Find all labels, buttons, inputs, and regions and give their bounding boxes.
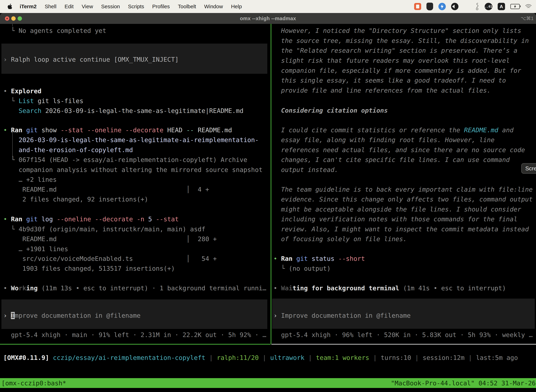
text-segment: evidence. Since this change only affects… — [273, 196, 533, 203]
terminal-line: changes, I can't cite specific file line… — [273, 155, 510, 165]
terminal-line: including verification notes with those … — [273, 214, 517, 224]
left-terminal-pane[interactable]: └ No agents completed yet› Ralph loop ac… — [0, 24, 271, 344]
text-segment: cczip/essay/ai-reimplementation-copyleft — [53, 354, 206, 361]
terminal-line: gpt-5.4 xhigh · 96% left · 520K in · 5.8… — [273, 330, 533, 340]
text-segment: (11m 13s • esc to interrupt) · 1 backgro… — [38, 285, 266, 292]
text-segment: └ — [3, 156, 19, 163]
text-segment: Ran — [281, 255, 292, 262]
text-segment: last:5m ago — [476, 354, 518, 361]
text-segment: mprove documentation in @filename — [15, 312, 140, 319]
record-app-icon[interactable] — [451, 3, 459, 10]
text-segment: | — [304, 354, 316, 361]
tmux-status-bar: [omx-cczip0:bash* "MacBook-Pro-44.local"… — [0, 378, 536, 388]
menu-item-toolbelt[interactable]: Toolbelt — [178, 4, 196, 9]
terminal-line: provide file and line references from th… — [273, 85, 491, 95]
text-segment: --stat — [156, 215, 179, 223]
chat-app-icon[interactable] — [414, 3, 421, 10]
terminal-line: The team guideline is to back every impo… — [273, 184, 533, 194]
text-segment: slight risk that future readers may over… — [273, 57, 510, 64]
terminal-line: the source tree, missing the essay. Stil… — [273, 36, 529, 46]
text-segment: • — [273, 255, 281, 262]
wifi-icon[interactable] — [525, 4, 532, 9]
terminal-line: … +2 lines — [3, 175, 57, 185]
text-segment — [3, 136, 19, 144]
text-segment — [292, 255, 296, 262]
text-segment: | — [206, 354, 217, 361]
text-segment: ting for background terminal — [292, 285, 399, 292]
terminal-line: companion file, especially if more comme… — [273, 65, 521, 75]
text-segment: --oneline --decorate — [57, 215, 137, 223]
text-segment — [49, 354, 53, 361]
text-segment: including verification notes with those … — [273, 215, 517, 223]
text-segment: and-the-erosion-of-copyleft.md — [19, 146, 133, 154]
terminal-line: [OMX#0.11.9] cczip/essay/ai-reimplementa… — [3, 353, 518, 363]
text-segment: • — [3, 88, 11, 95]
text-segment: (1m 41s • esc to interrupt) — [399, 285, 506, 292]
terminal-line: the "Related research writing" section i… — [273, 46, 517, 56]
text-segment: provide file and line references from th… — [273, 87, 491, 94]
timer-61-badge[interactable]: ..61 — [485, 3, 492, 10]
terminal-line: 2 files changed, 92 insertions(+) — [3, 194, 148, 204]
window-title: omx --xhigh --madmax — [0, 13, 536, 24]
menu-item-session[interactable]: Session — [101, 4, 120, 9]
menu-item-edit[interactable]: Edit — [65, 4, 74, 9]
text-segment: gpt-5.4 xhigh · 96% left · 520K in · 5.8… — [273, 331, 533, 338]
terminal-line: of focusing solely on file lines. — [273, 234, 407, 244]
menu-bar: iTerm2ShellEditViewSessionScriptsProfile… — [0, 0, 536, 13]
menu-item-profiles[interactable]: Profiles — [152, 4, 170, 9]
screen-share-chip[interactable]: Scre — [521, 163, 536, 174]
terminal-line: • Explored — [3, 86, 42, 96]
tmux-host-clock-label: "MacBook-Pro-44.local" 04:52 31-Mar-26 — [391, 379, 536, 387]
text-segment: Wo — [11, 285, 19, 292]
input-source-a-icon[interactable]: A — [498, 3, 505, 10]
text-segment: 067f154 (HEAD -> essay/ai-reimplementati… — [19, 156, 247, 163]
text-segment: • — [3, 285, 11, 292]
terminal-line: • Ran git log --oneline --decorate -n 5 … — [3, 214, 179, 224]
text-segment — [22, 215, 26, 223]
terminal-line: › Ralph loop active continue [OMX_TMUX_I… — [3, 54, 179, 65]
text-segment: I could cite commit statistics or refere… — [273, 126, 464, 134]
text-segment: git ls-files — [34, 97, 83, 104]
text-segment: git — [26, 215, 38, 223]
text-segment: might be acceptable alongside the file l… — [273, 206, 521, 213]
text-segment: Wai — [281, 285, 292, 292]
window-title-bar: omx --xhigh --madmax ⌥⌘1 — [0, 13, 536, 24]
menu-item-help[interactable]: Help — [231, 4, 242, 9]
menu-bar-status-icons: ..61 A — [414, 0, 532, 13]
menu-item-window[interactable]: Window — [204, 4, 223, 9]
omx-status-line: [OMX#0.11.9] cczip/essay/ai-reimplementa… — [0, 344, 536, 378]
menu-item-scripts[interactable]: Scripts — [128, 4, 144, 9]
text-segment: and — [498, 126, 514, 134]
text-segment: › — [273, 312, 281, 319]
text-segment: › — [3, 56, 11, 63]
terminal-line: • Ran git show --stat --oneline --decora… — [3, 125, 232, 135]
menu-item-view[interactable]: View — [82, 4, 93, 9]
apple-menu-icon[interactable] — [7, 3, 13, 10]
text-segment: HEAD — [163, 126, 186, 134]
terminal-line: › Improve documentation in @filename — [273, 311, 411, 321]
terminal-line: essay file, along with finding root file… — [273, 135, 494, 145]
text-segment: └ No agents completed yet — [3, 27, 106, 34]
text-segment: • — [3, 126, 11, 134]
hook-icon[interactable] — [475, 3, 479, 10]
text-segment: show — [38, 126, 61, 134]
blue-bolt-icon[interactable] — [438, 3, 446, 10]
text-segment: └ — [3, 97, 19, 104]
text-segment: Improve documentation in @filename — [281, 312, 411, 319]
menu-item-shell[interactable]: Shell — [45, 4, 57, 9]
battery-icon[interactable] — [510, 4, 520, 9]
text-segment: I — [11, 312, 15, 319]
shield-grid-icon[interactable] — [426, 3, 433, 10]
terminal-line: • Waiting for background terminal (1m 41… — [273, 283, 506, 293]
terminal-line: └ (no output) — [273, 263, 330, 273]
text-segment: ralph:11/20 — [217, 354, 259, 361]
right-terminal-pane[interactable]: However, I noticed the "Directory Struct… — [271, 24, 536, 344]
text-segment: • — [273, 285, 281, 292]
text-segment: | — [464, 354, 476, 361]
text-segment: … +1901 lines — [3, 245, 68, 252]
text-segment: companion file, especially if more comme… — [273, 67, 521, 74]
dots-grid-icon[interactable] — [464, 3, 470, 10]
menu-item-iterm2[interactable]: iTerm2 — [20, 4, 37, 9]
terminal-line: README.md │ 4 + — [3, 184, 209, 194]
text-segment: -- — [186, 126, 194, 134]
